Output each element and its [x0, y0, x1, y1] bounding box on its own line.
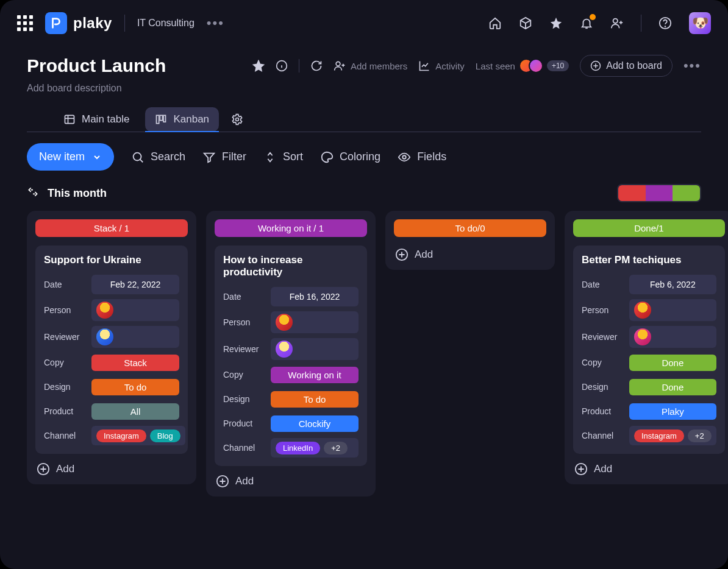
card[interactable]: Better PM techiquesDateFeb 6, 2022Person… — [573, 246, 725, 454]
reviewer-value[interactable] — [91, 326, 179, 348]
channel-value[interactable]: InstagramBlog — [91, 426, 185, 445]
board-more-icon[interactable]: ••• — [683, 58, 701, 74]
channel-value[interactable]: Instagram+2 — [629, 426, 716, 445]
product-value[interactable]: Clockify — [271, 414, 359, 433]
home-icon[interactable] — [488, 16, 502, 30]
toolbar: New item Search Filter Sort Coloring Fie… — [0, 132, 728, 182]
add-card-button[interactable]: Add — [573, 462, 725, 476]
more-icon[interactable]: ••• — [207, 15, 224, 31]
svg-point-4 — [336, 62, 340, 66]
channel-value[interactable]: LinkedIn+2 — [271, 438, 359, 458]
person-value[interactable] — [271, 311, 359, 333]
product-value[interactable]: Plaky — [629, 401, 716, 421]
channel-chip: Blog — [150, 429, 180, 442]
add-user-icon[interactable] — [610, 16, 624, 30]
star-icon[interactable] — [549, 16, 563, 30]
member-count: +10 — [547, 60, 569, 71]
avatar[interactable]: 🐶 — [689, 12, 711, 34]
collapse-icon[interactable] — [27, 186, 39, 200]
card-title: Better PM techiques — [582, 254, 716, 266]
date-value[interactable]: Feb 16, 2022 — [271, 287, 359, 306]
field-row: DesignTo do — [44, 377, 179, 397]
section-header: This month — [0, 182, 728, 211]
add-card-button[interactable]: Add — [394, 248, 546, 261]
apps-grid-icon[interactable] — [17, 15, 33, 31]
status-pill: Working on it — [271, 367, 359, 383]
add-to-board-button[interactable]: Add to board — [580, 55, 673, 77]
column-header[interactable]: Stack / 1 — [35, 219, 188, 237]
tab-kanban[interactable]: Kanban — [145, 107, 219, 132]
design-value[interactable]: To do — [91, 377, 179, 397]
column-header[interactable]: Working on it / 1 — [215, 219, 367, 237]
favorite-icon[interactable] — [252, 60, 265, 72]
refresh-icon[interactable] — [310, 60, 323, 72]
gear-icon[interactable] — [231, 113, 243, 125]
help-icon[interactable] — [658, 16, 672, 30]
tab-main-table[interactable]: Main table — [54, 107, 139, 132]
product-value[interactable]: All — [91, 401, 179, 421]
design-value[interactable]: To do — [271, 389, 359, 409]
tool-label: Fields — [417, 150, 446, 163]
date-value[interactable]: Feb 6, 2022 — [629, 275, 716, 294]
reviewer-value[interactable] — [271, 338, 359, 360]
field-label: Date — [44, 280, 85, 289]
date-value[interactable]: Feb 22, 2022 — [91, 275, 179, 294]
kanban-column: To do/0Add — [385, 211, 555, 270]
add-members-button[interactable]: Add members — [334, 60, 407, 72]
person-avatar — [276, 314, 293, 331]
view-tabs: Main table Kanban — [27, 94, 701, 132]
design-value[interactable]: Done — [629, 377, 716, 397]
add-to-board-label: Add to board — [606, 60, 662, 71]
field-label: Product — [582, 406, 623, 416]
svg-rect-9 — [164, 115, 166, 122]
field-row: DateFeb 16, 2022 — [223, 287, 359, 306]
board-description[interactable]: Add board description — [27, 83, 701, 94]
svg-point-11 — [134, 152, 141, 160]
add-card-button[interactable]: Add — [215, 475, 367, 488]
reviewer-value[interactable] — [629, 326, 716, 348]
sort-button[interactable]: Sort — [263, 150, 303, 164]
new-item-button[interactable]: New item — [27, 143, 114, 171]
status-pill: To do — [271, 391, 359, 408]
card[interactable]: How to increase productivityDateFeb 16, … — [215, 246, 367, 466]
field-label: Design — [582, 382, 623, 392]
add-card-button[interactable]: Add — [35, 462, 188, 476]
person-value[interactable] — [629, 299, 716, 321]
color-purple — [646, 185, 673, 201]
field-row: Reviewer — [582, 326, 716, 348]
bell-icon[interactable] — [580, 16, 593, 30]
person-avatar — [96, 302, 113, 319]
copy-value[interactable]: Working on it — [271, 365, 359, 384]
package-icon[interactable] — [519, 16, 532, 30]
column-header[interactable]: Done/1 — [573, 219, 725, 237]
activity-button[interactable]: Activity — [418, 60, 465, 72]
field-label: Reviewer — [582, 332, 623, 342]
search-button[interactable]: Search — [131, 150, 185, 164]
last-seen[interactable]: Last seen +10 — [476, 58, 569, 73]
copy-value[interactable]: Stack — [91, 353, 179, 372]
top-nav: plaky IT Consulting ••• 🐶 — [0, 0, 728, 46]
divider — [299, 59, 299, 72]
logo[interactable]: plaky — [45, 12, 112, 34]
copy-value[interactable]: Done — [629, 353, 716, 372]
person-value[interactable] — [91, 299, 179, 321]
card[interactable]: Support for UkraineDateFeb 22, 2022Perso… — [35, 246, 188, 454]
field-row: ProductClockify — [223, 414, 359, 433]
field-label: Copy — [223, 370, 265, 380]
column-header[interactable]: To do/0 — [394, 219, 546, 237]
filter-button[interactable]: Filter — [202, 150, 246, 164]
field-label: Copy — [44, 358, 85, 367]
status-pill: Clockify — [271, 415, 359, 432]
info-icon[interactable] — [276, 60, 288, 72]
fields-button[interactable]: Fields — [398, 150, 446, 164]
field-label: Person — [582, 305, 623, 315]
divider — [124, 15, 125, 32]
field-row: DateFeb 22, 2022 — [44, 275, 179, 294]
coloring-button[interactable]: Coloring — [320, 150, 380, 164]
field-label: Product — [44, 406, 85, 416]
status-color-bar[interactable] — [617, 184, 701, 202]
reviewer-avatar — [96, 328, 113, 345]
svg-point-10 — [236, 118, 239, 121]
add-label: Add — [235, 475, 254, 487]
workspace-name[interactable]: IT Consulting — [137, 18, 194, 29]
